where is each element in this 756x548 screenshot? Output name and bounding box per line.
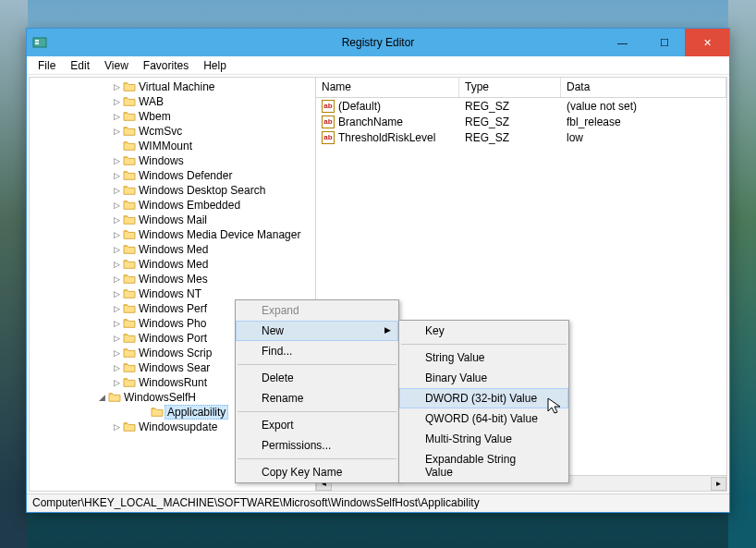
tree-item-label: Windows Perf [137, 302, 209, 315]
value-data: fbl_release [561, 116, 726, 128]
menu-item[interactable]: Copy Key Name [236, 462, 398, 482]
menu-help[interactable]: Help [196, 57, 234, 74]
tree-item-label: Windows NT [137, 287, 203, 300]
svg-rect-2 [35, 43, 39, 44]
value-name: BranchName [338, 116, 403, 128]
menu-item[interactable]: String Value [399, 347, 568, 368]
tree-item[interactable]: ▷WAB [30, 94, 315, 109]
statusbar: Computer\HKEY_LOCAL_MACHINE\SOFTWARE\Mic… [27, 493, 729, 512]
menu-item[interactable]: Permissions... [236, 435, 398, 456]
menu-item[interactable]: Key [399, 321, 568, 341]
scroll-right-button[interactable]: ► [711, 477, 726, 491]
string-value-icon: ab [322, 131, 335, 144]
expand-icon[interactable]: ▷ [111, 230, 122, 239]
expand-icon[interactable]: ▷ [111, 348, 122, 358]
expand-icon[interactable]: ◢ [96, 393, 107, 402]
value-name: (Default) [338, 100, 381, 113]
titlebar[interactable]: Registry Editor — ☐ ✕ [27, 29, 729, 56]
tree-item-label: Windows Med [137, 243, 210, 256]
tree-item[interactable]: WIMMount [30, 139, 315, 153]
tree-item-label: WindowsRunt [137, 376, 209, 389]
expand-icon[interactable]: ▷ [111, 201, 122, 210]
tree-item-label: Windows Mail [137, 213, 209, 226]
tree-item[interactable]: ▷Windows Media Device Manager [30, 227, 315, 242]
tree-item[interactable]: ▷WcmSvc [30, 124, 315, 139]
folder-icon [122, 95, 137, 108]
expand-icon[interactable]: ▷ [111, 156, 122, 165]
menu-item[interactable]: Rename [236, 388, 398, 408]
value-data: (value not set) [561, 100, 726, 113]
tree-item-label: Windows Scrip [137, 347, 213, 359]
menu-item[interactable]: Find... [236, 341, 398, 361]
svg-rect-1 [35, 40, 39, 42]
menu-item[interactable]: Export [236, 415, 398, 435]
tree-item[interactable]: ▷Windows Med [30, 242, 315, 257]
tree-item-label: Windows Port [137, 332, 209, 345]
menu-item[interactable]: Multi-String Value [399, 429, 568, 449]
menu-item[interactable]: Expandable String Value [399, 449, 568, 482]
expand-icon[interactable]: ▷ [111, 171, 122, 180]
menu-view[interactable]: View [97, 57, 136, 74]
menu-item[interactable]: DWORD (32-bit) Value [399, 388, 568, 408]
tree-item[interactable]: ▷Windows Mail [30, 213, 315, 227]
tree-item[interactable]: ▷Windows Med [30, 257, 315, 272]
expand-icon[interactable]: ▷ [111, 127, 122, 136]
tree-item-label: Windows Embedded [137, 199, 242, 212]
folder-icon [122, 273, 137, 286]
folder-icon [122, 228, 137, 241]
tree-item[interactable]: ▷Windows Embedded [30, 198, 315, 213]
column-type[interactable]: Type [459, 78, 561, 97]
expand-icon[interactable]: ▷ [111, 319, 122, 328]
tree-item-label: Windows Pho [137, 317, 208, 330]
expand-icon[interactable]: ▷ [111, 363, 122, 372]
menu-item[interactable]: Binary Value [399, 368, 568, 388]
menu-item[interactable]: New▶ [236, 321, 398, 341]
value-row[interactable]: abBranchNameREG_SZfbl_release [316, 114, 726, 129]
value-row[interactable]: ab(Default)REG_SZ(value not set) [316, 98, 726, 114]
column-data[interactable]: Data [561, 78, 726, 97]
expand-icon[interactable]: ▷ [111, 289, 122, 298]
expand-icon[interactable]: ▷ [111, 245, 122, 254]
tree-item[interactable]: ▷Virtual Machine [30, 79, 315, 94]
tree-item-label: Windows Mes [137, 273, 210, 286]
value-type: REG_SZ [459, 131, 561, 144]
close-button[interactable]: ✕ [685, 29, 729, 56]
expand-icon[interactable]: ▷ [111, 378, 122, 387]
menu-item[interactable]: Delete [236, 368, 398, 388]
tree-item[interactable]: ▷Wbem [30, 109, 315, 124]
expand-icon[interactable]: ▷ [111, 215, 122, 225]
tree-item-label: Windows [137, 154, 186, 167]
folder-icon [122, 361, 137, 374]
expand-icon[interactable]: ▷ [111, 304, 122, 313]
column-name[interactable]: Name [316, 78, 459, 97]
expand-icon[interactable]: ▷ [111, 334, 122, 343]
tree-item-label: Windows Med [137, 258, 210, 271]
expand-icon[interactable]: ▷ [111, 186, 122, 195]
tree-item[interactable]: ▷Windows Mes [30, 272, 315, 286]
tree-item-label: Applicability [165, 405, 228, 420]
context-menu[interactable]: ExpandNew▶Find...DeleteRenameExportPermi… [235, 299, 399, 483]
menu-favorites[interactable]: Favorites [136, 57, 196, 74]
value-type: REG_SZ [459, 100, 561, 113]
folder-icon [150, 406, 165, 419]
expand-icon[interactable]: ▷ [111, 260, 122, 269]
minimize-button[interactable]: — [602, 29, 643, 56]
tree-item[interactable]: ▷Windows [30, 153, 315, 168]
expand-icon[interactable]: ▷ [111, 82, 122, 91]
menu-item[interactable]: QWORD (64-bit) Value [399, 408, 568, 429]
expand-icon[interactable]: ▷ [111, 112, 122, 121]
tree-item[interactable]: ▷Windows Desktop Search [30, 183, 315, 198]
maximize-button[interactable]: ☐ [643, 29, 685, 56]
expand-icon[interactable]: ▷ [111, 422, 122, 432]
context-submenu-new[interactable]: KeyString ValueBinary ValueDWORD (32-bit… [398, 320, 569, 483]
expand-icon[interactable]: ▷ [111, 97, 122, 106]
string-value-icon: ab [322, 116, 335, 128]
value-row[interactable]: abThresholdRiskLevelREG_SZlow [316, 129, 726, 145]
folder-icon [122, 302, 137, 315]
menu-edit[interactable]: Edit [63, 57, 97, 74]
expand-icon[interactable]: ▷ [111, 274, 122, 284]
tree-item[interactable]: ▷Windows Defender [30, 168, 315, 183]
folder-icon [122, 184, 137, 197]
menu-file[interactable]: File [30, 57, 63, 74]
menu-item: Expand [236, 300, 398, 321]
